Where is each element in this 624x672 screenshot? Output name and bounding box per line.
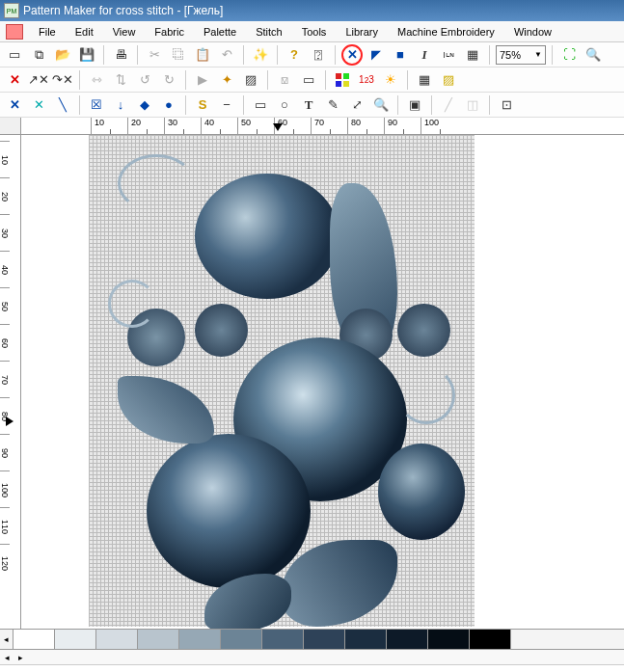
box-diag-icon[interactable]: ☒ [86, 94, 107, 116]
menu-tools[interactable]: Tools [292, 23, 337, 40]
rotate-left-icon[interactable]: ↺ [134, 69, 155, 91]
open-icon[interactable]: 📂 [52, 44, 73, 66]
pattern-icon[interactable]: ▨ [240, 69, 261, 91]
adjust-right-icon[interactable]: ▸ [14, 653, 27, 662]
diamond-icon[interactable]: ◆ [134, 94, 155, 116]
save-icon[interactable]: 💾 [76, 44, 97, 66]
circle-icon[interactable]: ● [158, 94, 179, 116]
menu-stitch[interactable]: Stitch [246, 23, 292, 40]
ruler-h-tick: 90 [384, 118, 421, 134]
dash-button[interactable]: − [216, 94, 237, 116]
magnifier-icon[interactable]: 🔍 [370, 94, 392, 116]
palette-scroll-left[interactable]: ◂ [0, 630, 14, 649]
palette-swatch-8[interactable] [345, 630, 387, 649]
flip-v-icon[interactable]: ⇅ [110, 69, 131, 91]
palette-swatch-7[interactable] [304, 630, 345, 649]
panel-disabled-icon[interactable]: ◫ [462, 94, 483, 116]
play-mode-icon[interactable]: ▣ [404, 94, 425, 116]
menu-file[interactable]: File [29, 23, 66, 40]
help-icon[interactable]: ? [284, 44, 305, 66]
rotate-right-icon[interactable]: ↻ [158, 69, 179, 91]
ruler-h-tick: 40 [201, 118, 237, 134]
number-label-icon[interactable]: 123 [356, 69, 377, 91]
ruler-v-marker[interactable] [6, 417, 14, 426]
palette-swatch-4[interactable] [179, 630, 221, 649]
magic-icon[interactable]: ✨ [250, 44, 271, 66]
new-icon[interactable]: ▭ [4, 44, 25, 66]
select-area-icon[interactable]: ▭ [298, 69, 319, 91]
ruler-h-marker[interactable] [273, 123, 283, 131]
palette-squares-icon[interactable] [332, 69, 353, 91]
grid-icon[interactable]: ▦ [462, 44, 483, 66]
frame-icon[interactable]: ⊡ [496, 94, 517, 116]
menu-palette[interactable]: Palette [194, 23, 246, 40]
palette-swatch-6[interactable] [262, 630, 304, 649]
window-title: Pattern Maker for cross stitch - [Гжель] [23, 4, 223, 17]
grid-toggle-icon[interactable]: ▦ [414, 69, 435, 91]
palette-swatch-11[interactable] [470, 630, 511, 649]
play-icon[interactable]: ▶ [192, 69, 213, 91]
sun-icon[interactable]: ☀ [380, 69, 401, 91]
menu-window[interactable]: Window [504, 23, 561, 40]
text-tool-button[interactable]: T [298, 94, 319, 116]
crop-icon[interactable]: ⟏ [274, 69, 295, 91]
svg-rect-1 [343, 73, 349, 79]
cross-stitch-pattern[interactable] [89, 135, 475, 627]
menu-view[interactable]: View [103, 23, 146, 40]
whats-this-icon[interactable]: ⍰ [308, 44, 329, 66]
triangle-icon[interactable]: ◤ [366, 44, 387, 66]
adjust-left-icon[interactable]: ◂ [0, 653, 14, 662]
over-x-icon[interactable]: ↷✕ [52, 69, 73, 91]
italic-button[interactable]: I [414, 44, 435, 66]
menu-library[interactable]: Library [336, 23, 388, 40]
fill-icon[interactable]: ■ [390, 44, 411, 66]
flip-h-icon[interactable]: ⇿ [86, 69, 107, 91]
menu-machine-embroidery[interactable]: Machine Embroidery [388, 23, 504, 40]
svg-rect-2 [336, 81, 341, 87]
palette-swatch-10[interactable] [428, 630, 470, 649]
eyedropper-icon[interactable]: ⤢ [346, 94, 367, 116]
ruler-horizontal[interactable]: 10 20 30 40 50 60 70 80 90 100 [21, 118, 624, 135]
fit-icon[interactable]: ⛶ [558, 44, 580, 66]
ruler-vertical[interactable]: 10 20 30 40 50 60 70 80 90 100 110 120 [0, 135, 21, 629]
undo-icon[interactable]: ↶ [216, 44, 237, 66]
palette-swatch-3[interactable] [138, 630, 179, 649]
ruler-h-tick: 30 [164, 118, 201, 134]
diagonal-icon[interactable]: ╲ [52, 94, 73, 116]
palette-swatch-2[interactable] [96, 630, 138, 649]
palette-swatch-0[interactable] [14, 630, 55, 649]
copy-doc-icon[interactable]: ⧉ [28, 44, 49, 66]
zoom-combobox[interactable]: 75% ▼ [496, 45, 546, 65]
menu-fabric[interactable]: Fabric [145, 23, 194, 40]
zoom-value: 75% [500, 49, 521, 61]
select-rect-icon[interactable]: ▭ [250, 94, 271, 116]
palette-swatch-1[interactable] [55, 630, 96, 649]
menu-edit[interactable]: Edit [66, 23, 103, 40]
menu-bar: File Edit View Fabric Palette Stitch Too… [0, 21, 624, 42]
cut-icon[interactable]: ✂ [144, 44, 165, 66]
select-circle-icon[interactable]: ○ [274, 94, 295, 116]
palette-swatch-5[interactable] [221, 630, 262, 649]
arrow-x-icon[interactable]: ↗✕ [28, 69, 49, 91]
canvas[interactable] [21, 135, 624, 629]
sparkle-icon[interactable]: ✦ [216, 69, 237, 91]
full-stitch-icon[interactable]: ✕ [341, 44, 363, 66]
hatch-icon[interactable]: ▨ [438, 69, 459, 91]
copy-icon[interactable]: ⿻ [168, 44, 189, 66]
zoom-tool-icon[interactable]: 🔍 [583, 44, 604, 66]
pencil-icon[interactable]: ✎ [322, 94, 343, 116]
paste-icon[interactable]: 📋 [192, 44, 213, 66]
palette-swatch-9[interactable] [387, 630, 428, 649]
ruler-h-tick: 80 [347, 118, 384, 134]
line-disabled-icon[interactable]: ╱ [438, 94, 459, 116]
s-stitch-button[interactable]: S [192, 94, 213, 116]
delete-stitch-icon[interactable]: ✕ [4, 69, 25, 91]
doc-icon[interactable] [6, 24, 23, 40]
line-mode-button[interactable]: Iʟɴ [438, 44, 459, 66]
print-icon[interactable]: 🖶 [110, 44, 131, 66]
arrow-down-icon[interactable]: ↓ [110, 94, 131, 116]
ruler-v-tick: 100 [0, 470, 10, 507]
x-stitch-alt-icon[interactable]: ✕ [28, 94, 49, 116]
x-stitch-icon[interactable]: ✕ [4, 94, 25, 116]
toolbar-edit: ✕ ↗✕ ↷✕ ⇿ ⇅ ↺ ↻ ▶ ✦ ▨ ⟏ ▭ 123 ☀ ▦ ▨ [0, 67, 624, 93]
